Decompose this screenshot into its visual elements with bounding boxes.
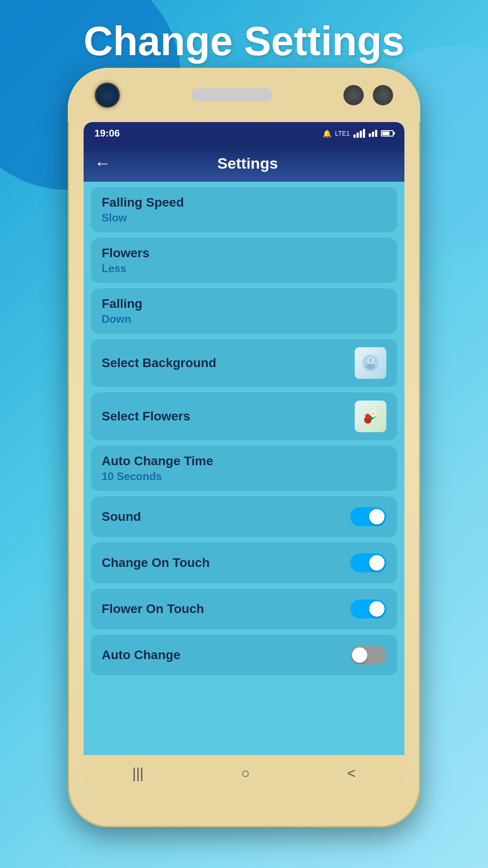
sound-toggle-knob (369, 509, 385, 524)
background-thumbnail (355, 347, 386, 379)
camera-lens (95, 83, 120, 108)
signal2-bar-2 (372, 132, 374, 137)
setting-falling-speed-label: Falling Speed (102, 195, 184, 210)
setting-flowers-label: Flowers (102, 246, 150, 260)
phone-top-bar (68, 68, 420, 122)
flowers-preview-icon (361, 407, 380, 425)
signal2-bar-1 (369, 133, 371, 137)
setting-change-on-touch[interactable]: Change On Touch (91, 542, 397, 583)
background-thumbnail-preview (355, 347, 386, 379)
setting-falling-label: Falling (102, 297, 142, 311)
setting-falling-speed-text: Falling Speed Slow (102, 195, 184, 224)
svg-point-8 (372, 412, 375, 415)
menu-button[interactable]: ||| (132, 765, 144, 782)
setting-auto-change-label: Auto Change (102, 648, 180, 662)
setting-auto-change[interactable]: Auto Change (91, 635, 397, 675)
setting-falling[interactable]: Falling Down (91, 288, 397, 334)
svg-point-9 (372, 410, 375, 412)
setting-sound[interactable]: Sound (91, 496, 397, 537)
setting-flowers-text: Flowers Less (102, 246, 150, 275)
setting-flower-on-touch[interactable]: Flower On Touch (91, 589, 397, 629)
setting-select-background[interactable]: Select Background (91, 339, 397, 387)
setting-auto-change-time[interactable]: Auto Change Time 10 Seconds (91, 446, 397, 491)
app-header: ← Settings (84, 145, 404, 182)
svg-point-1 (366, 364, 375, 369)
change-on-touch-toggle-knob (369, 555, 385, 571)
setting-flowers-value: Less (102, 262, 150, 275)
nav-back-button[interactable]: < (347, 765, 356, 782)
setting-flower-on-touch-label: Flower On Touch (102, 602, 204, 616)
network-label: LTE1 (335, 130, 350, 137)
setting-select-background-text: Select Background (102, 356, 216, 370)
status-time: 19:06 (94, 127, 120, 139)
setting-flowers[interactable]: Flowers Less (91, 238, 397, 283)
svg-point-12 (369, 412, 372, 415)
auto-change-toggle-knob (352, 647, 367, 663)
change-on-touch-toggle[interactable] (350, 553, 386, 572)
auto-change-toggle[interactable] (350, 646, 386, 665)
setting-auto-change-time-value: 10 Seconds (102, 470, 213, 483)
setting-falling-speed[interactable]: Falling Speed Slow (91, 187, 397, 232)
setting-select-flowers[interactable]: Select Flowers (91, 392, 397, 440)
setting-falling-text: Falling Down (102, 297, 142, 326)
back-button[interactable]: ← (94, 154, 111, 173)
flower-on-touch-toggle[interactable] (350, 599, 386, 618)
svg-rect-3 (370, 359, 371, 362)
setting-change-on-touch-text: Change On Touch (102, 556, 210, 570)
setting-change-on-touch-label: Change On Touch (102, 556, 210, 570)
svg-point-10 (375, 412, 377, 415)
alarm-icon: 🔔 (323, 129, 332, 138)
setting-sound-label: Sound (102, 509, 141, 524)
signal-bar-1 (353, 134, 356, 138)
signal-bars (353, 129, 365, 138)
setting-select-flowers-text: Select Flowers (102, 409, 190, 424)
speaker (191, 88, 272, 102)
setting-sound-text: Sound (102, 509, 141, 524)
signal-bar-4 (363, 129, 365, 138)
setting-falling-value: Down (102, 313, 142, 326)
battery-icon (381, 130, 394, 137)
signal2-bar-3 (375, 130, 377, 137)
signal-bar-2 (357, 132, 359, 138)
settings-list: Falling Speed Slow Flowers Less Falling … (84, 182, 404, 755)
bottom-nav: ||| ○ < (84, 755, 404, 791)
flowers-thumbnail-preview (355, 401, 386, 432)
background-preview-icon (361, 354, 380, 372)
settings-title: Settings (120, 155, 375, 172)
sensors (343, 85, 393, 105)
sound-toggle[interactable] (350, 507, 386, 526)
setting-auto-change-time-label: Auto Change Time (102, 454, 213, 468)
setting-falling-speed-value: Slow (102, 212, 184, 224)
sensor-1 (343, 85, 364, 105)
setting-select-background-label: Select Background (102, 356, 216, 370)
status-right: 🔔 LTE1 (323, 129, 394, 138)
page-title: Change Settings (0, 18, 488, 65)
phone-screen: 19:06 🔔 LTE1 (84, 122, 404, 791)
setting-flower-on-touch-text: Flower On Touch (102, 602, 204, 616)
flowers-thumbnail (355, 401, 386, 432)
sensor-2 (373, 85, 393, 105)
setting-select-flowers-label: Select Flowers (102, 409, 190, 424)
battery-fill (382, 132, 389, 135)
status-bar: 19:06 🔔 LTE1 (84, 122, 404, 145)
flower-on-touch-toggle-knob (369, 601, 385, 617)
phone-frame: 19:06 🔔 LTE1 (68, 68, 420, 827)
setting-auto-change-time-text: Auto Change Time 10 Seconds (102, 454, 213, 483)
home-button[interactable]: ○ (241, 765, 249, 782)
signal-bars-2 (369, 130, 377, 137)
setting-auto-change-text: Auto Change (102, 648, 180, 662)
signal-bar-3 (360, 131, 362, 138)
svg-point-11 (372, 415, 375, 418)
